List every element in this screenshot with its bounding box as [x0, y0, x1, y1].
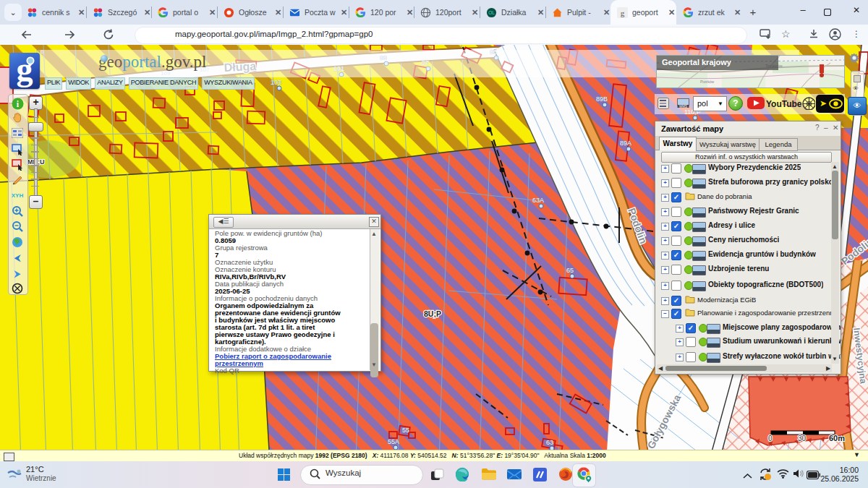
- svg-text:60m: 60m: [829, 434, 845, 442]
- svg-text:8U;P: 8U;P: [424, 309, 441, 318]
- svg-text:30: 30: [798, 435, 807, 442]
- svg-text:65: 65: [566, 267, 574, 274]
- svg-text:63A: 63A: [532, 197, 544, 204]
- svg-text:WMS: WMS: [679, 105, 687, 108]
- svg-text:55A: 55A: [388, 438, 399, 445]
- svg-text:63: 63: [546, 439, 553, 446]
- svg-text:55: 55: [402, 427, 409, 434]
- svg-text:g: g: [621, 8, 625, 17]
- svg-text:OL: OL: [488, 10, 495, 15]
- svg-text:89B: 89B: [596, 95, 608, 103]
- svg-text:89A: 89A: [620, 140, 631, 147]
- svg-text:Piotrków: Piotrków: [700, 80, 715, 84]
- svg-text:103: 103: [271, 79, 281, 86]
- svg-text:0: 0: [768, 435, 773, 442]
- svg-text:YouTube: YouTube: [766, 99, 801, 109]
